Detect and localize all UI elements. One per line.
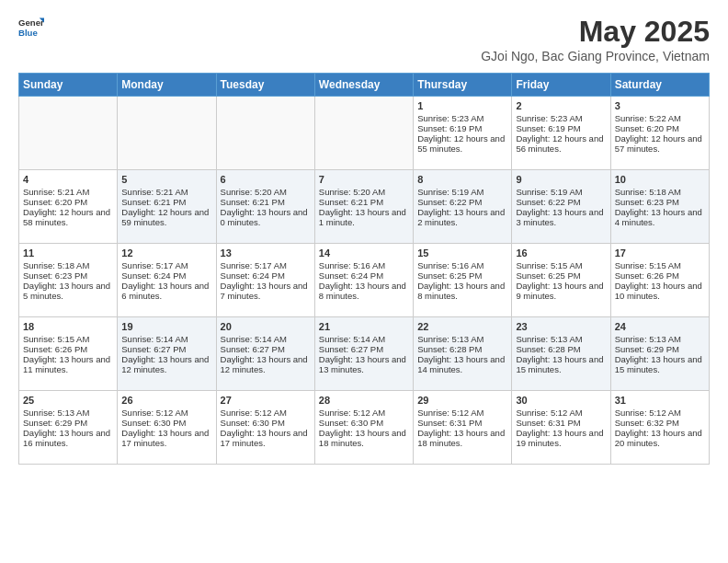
day-info: Daylight: 13 hours and 6 minutes. <box>121 281 211 301</box>
day-info: Sunset: 6:22 PM <box>516 197 606 207</box>
day-info: Daylight: 13 hours and 7 minutes. <box>221 281 311 301</box>
day-info: Daylight: 13 hours and 8 minutes. <box>417 281 507 301</box>
day-number: 20 <box>221 321 311 332</box>
day-info: Sunrise: 5:12 AM <box>417 408 507 418</box>
calendar-header: SundayMondayTuesdayWednesdayThursdayFrid… <box>19 74 710 97</box>
day-header-thursday: Thursday <box>414 74 512 97</box>
day-number: 9 <box>516 174 606 185</box>
day-info: Sunrise: 5:14 AM <box>319 334 409 344</box>
day-number: 11 <box>23 247 113 259</box>
day-info: Sunset: 6:26 PM <box>615 270 705 281</box>
day-number: 22 <box>417 321 507 332</box>
day-info: Sunset: 6:28 PM <box>516 344 606 354</box>
day-number: 31 <box>615 395 705 406</box>
day-info: Daylight: 13 hours and 15 minutes. <box>516 354 606 374</box>
day-cell: 28Sunrise: 5:12 AMSunset: 6:30 PMDayligh… <box>314 391 413 465</box>
day-cell <box>118 97 216 170</box>
day-cell: 21Sunrise: 5:14 AMSunset: 6:27 PMDayligh… <box>314 317 413 391</box>
day-info: Sunrise: 5:21 AM <box>23 187 113 197</box>
day-info: Sunset: 6:25 PM <box>417 270 507 281</box>
day-cell: 3Sunrise: 5:22 AMSunset: 6:20 PMDaylight… <box>610 97 709 170</box>
day-info: Daylight: 13 hours and 16 minutes. <box>23 428 113 448</box>
logo: General Blue <box>18 15 44 40</box>
day-number: 8 <box>417 174 507 185</box>
day-cell: 12Sunrise: 5:17 AMSunset: 6:24 PMDayligh… <box>118 244 216 317</box>
day-number: 25 <box>23 395 113 406</box>
day-info: Sunrise: 5:15 AM <box>615 260 705 270</box>
day-info: Sunrise: 5:16 AM <box>417 260 507 270</box>
day-number: 10 <box>615 174 705 185</box>
day-cell: 16Sunrise: 5:15 AMSunset: 6:25 PMDayligh… <box>512 244 610 317</box>
day-info: Sunset: 6:21 PM <box>319 197 409 207</box>
day-info: Daylight: 13 hours and 4 minutes. <box>615 207 705 227</box>
day-info: Sunrise: 5:14 AM <box>121 334 211 344</box>
day-cell: 7Sunrise: 5:20 AMSunset: 6:21 PMDaylight… <box>314 170 413 244</box>
day-header-tuesday: Tuesday <box>216 74 314 97</box>
day-info: Daylight: 13 hours and 11 minutes. <box>23 354 113 374</box>
svg-text:Blue: Blue <box>18 28 38 38</box>
day-number: 7 <box>319 174 409 185</box>
day-cell: 24Sunrise: 5:13 AMSunset: 6:29 PMDayligh… <box>610 317 709 391</box>
day-info: Sunrise: 5:17 AM <box>121 260 211 270</box>
day-info: Daylight: 13 hours and 13 minutes. <box>319 354 409 374</box>
day-info: Sunrise: 5:22 AM <box>615 113 705 123</box>
day-info: Sunrise: 5:12 AM <box>319 408 409 418</box>
location-subtitle: GJoi Ngo, Bac Giang Province, Vietnam <box>481 49 710 63</box>
day-info: Sunset: 6:30 PM <box>221 418 311 428</box>
week-row-5: 25Sunrise: 5:13 AMSunset: 6:29 PMDayligh… <box>19 391 710 465</box>
day-info: Sunset: 6:21 PM <box>121 197 211 207</box>
day-cell: 6Sunrise: 5:20 AMSunset: 6:21 PMDaylight… <box>216 170 314 244</box>
day-info: Daylight: 12 hours and 56 minutes. <box>516 133 606 154</box>
day-info: Daylight: 13 hours and 18 minutes. <box>417 428 507 448</box>
day-cell: 25Sunrise: 5:13 AMSunset: 6:29 PMDayligh… <box>19 391 118 465</box>
day-info: Sunrise: 5:12 AM <box>516 408 606 418</box>
day-info: Sunset: 6:32 PM <box>615 418 705 428</box>
day-number: 24 <box>615 321 705 332</box>
day-info: Sunrise: 5:19 AM <box>417 187 507 197</box>
day-cell: 18Sunrise: 5:15 AMSunset: 6:26 PMDayligh… <box>19 317 118 391</box>
day-info: Sunrise: 5:13 AM <box>23 408 113 418</box>
day-header-friday: Friday <box>512 74 610 97</box>
day-info: Sunrise: 5:20 AM <box>319 187 409 197</box>
day-info: Daylight: 13 hours and 17 minutes. <box>221 428 311 448</box>
day-cell: 17Sunrise: 5:15 AMSunset: 6:26 PMDayligh… <box>610 244 709 317</box>
day-cell <box>19 97 118 170</box>
day-info: Daylight: 13 hours and 1 minute. <box>319 207 409 227</box>
day-cell: 22Sunrise: 5:13 AMSunset: 6:28 PMDayligh… <box>414 317 512 391</box>
day-info: Sunrise: 5:18 AM <box>615 187 705 197</box>
day-info: Daylight: 13 hours and 8 minutes. <box>319 281 409 301</box>
day-cell: 26Sunrise: 5:12 AMSunset: 6:30 PMDayligh… <box>118 391 216 465</box>
day-number: 5 <box>121 174 211 185</box>
day-info: Sunrise: 5:16 AM <box>319 260 409 270</box>
month-title: May 2025 <box>481 15 710 49</box>
day-info: Sunset: 6:23 PM <box>615 197 705 207</box>
calendar-table: SundayMondayTuesdayWednesdayThursdayFrid… <box>18 73 710 465</box>
day-cell: 29Sunrise: 5:12 AMSunset: 6:31 PMDayligh… <box>414 391 512 465</box>
header-row: SundayMondayTuesdayWednesdayThursdayFrid… <box>19 74 710 97</box>
day-number: 14 <box>319 247 409 259</box>
week-row-1: 1Sunrise: 5:23 AMSunset: 6:19 PMDaylight… <box>19 97 710 170</box>
day-cell: 31Sunrise: 5:12 AMSunset: 6:32 PMDayligh… <box>610 391 709 465</box>
day-info: Daylight: 13 hours and 19 minutes. <box>516 428 606 448</box>
calendar-page: General Blue May 2025 GJoi Ngo, Bac Gian… <box>0 0 728 474</box>
day-info: Sunset: 6:21 PM <box>221 197 311 207</box>
day-cell: 8Sunrise: 5:19 AMSunset: 6:22 PMDaylight… <box>414 170 512 244</box>
day-info: Daylight: 13 hours and 0 minutes. <box>221 207 311 227</box>
day-number: 19 <box>121 321 211 332</box>
day-info: Sunrise: 5:13 AM <box>615 334 705 344</box>
day-info: Sunset: 6:20 PM <box>23 197 113 207</box>
day-number: 15 <box>417 247 507 259</box>
day-number: 29 <box>417 395 507 406</box>
day-info: Sunset: 6:30 PM <box>121 418 211 428</box>
day-cell: 2Sunrise: 5:23 AMSunset: 6:19 PMDaylight… <box>512 97 610 170</box>
day-info: Daylight: 13 hours and 14 minutes. <box>417 354 507 374</box>
day-number: 6 <box>221 174 311 185</box>
day-cell: 1Sunrise: 5:23 AMSunset: 6:19 PMDaylight… <box>414 97 512 170</box>
day-cell: 9Sunrise: 5:19 AMSunset: 6:22 PMDaylight… <box>512 170 610 244</box>
day-cell <box>314 97 413 170</box>
day-info: Sunrise: 5:13 AM <box>516 334 606 344</box>
day-number: 18 <box>23 321 113 332</box>
day-number: 27 <box>221 395 311 406</box>
day-info: Sunset: 6:26 PM <box>23 344 113 354</box>
day-number: 23 <box>516 321 606 332</box>
